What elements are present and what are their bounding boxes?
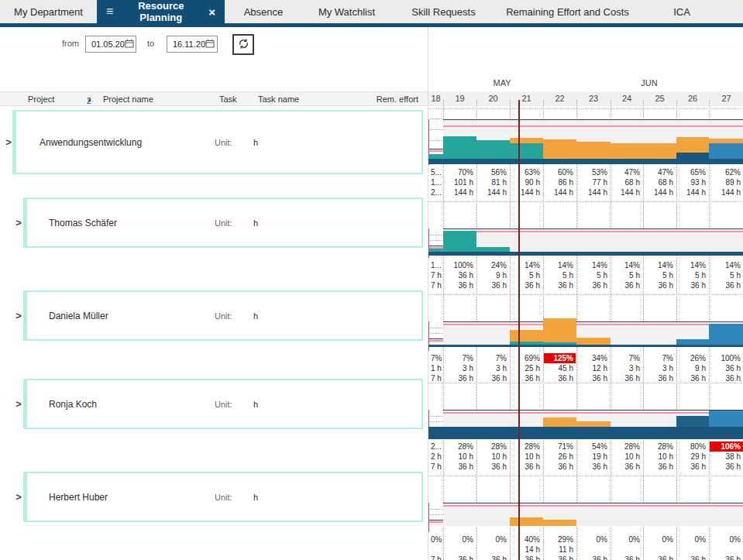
row-separator: [428, 294, 743, 295]
week-label: 20: [476, 94, 510, 103]
capacity-hours: 36 h: [644, 462, 676, 472]
capacity-hours: 36 h: [644, 555, 676, 560]
planned-hours: 11 h: [544, 545, 576, 555]
utilization-bar: [443, 136, 476, 159]
planned-hours: 9 h: [477, 270, 509, 280]
utilization-percent: 7%: [611, 353, 642, 363]
utilization-percent: 14%: [611, 260, 642, 270]
utilization-percent: 47%: [644, 167, 676, 177]
tab-skill-requests[interactable]: Skill Requests: [391, 0, 496, 23]
utilization-bar: [543, 139, 576, 159]
mini-grid-line: [430, 509, 443, 510]
week-label: 26: [676, 94, 709, 103]
planned-hours: 10 h: [644, 452, 676, 462]
planned-hours: 101 h: [444, 177, 476, 187]
capacity-hours: 36 h: [577, 462, 610, 472]
capacity-hours: 144 h: [611, 187, 642, 198]
capacity-hours: 36 h: [577, 555, 610, 560]
capacity-hours: 36 h: [677, 280, 708, 290]
tab-resource-planning[interactable]: ≡Resource Planning×: [97, 0, 225, 23]
calendar-icon[interactable]: [125, 39, 134, 50]
overload-percent-badge: 106%: [710, 441, 743, 452]
utilization-percent: 53%: [577, 167, 610, 177]
utilization-bar: [676, 153, 709, 159]
today-line: [518, 100, 520, 560]
utilization-percent: 70%: [444, 167, 476, 177]
tab-remaining-effort-and-costs[interactable]: Remaining Effort and Costs: [496, 0, 639, 23]
utilization-bar: [576, 421, 611, 427]
utilization-bar: [428, 249, 443, 252]
capacity-hours: 7 h: [429, 555, 442, 560]
utilization-percent: 7%: [444, 353, 476, 363]
expand-row-chevron[interactable]: >: [3, 136, 14, 148]
capacity-hours: 144 h: [544, 187, 576, 198]
capacity-hours: 36 h: [511, 280, 542, 290]
planned-hours: 10 h: [511, 452, 542, 462]
planned-hours: [577, 545, 610, 555]
utilization-percent: 28%: [444, 441, 476, 452]
unit-value: h: [253, 311, 258, 321]
planned-hours: 14 h: [511, 545, 542, 555]
utilization-bar: [428, 154, 443, 159]
utilization-bar: [709, 324, 743, 345]
tab-absence[interactable]: Absence: [225, 0, 302, 23]
planned-hours: 38 h: [710, 452, 743, 462]
planned-hours: 25 h: [511, 363, 542, 373]
to-date-input[interactable]: 16.11.20: [167, 36, 218, 53]
expand-row-chevron[interactable]: >: [13, 491, 24, 503]
refresh-button[interactable]: [232, 34, 254, 55]
utilization-bar: [510, 517, 543, 526]
calendar-icon[interactable]: [205, 39, 215, 50]
planned-hours: 5 h: [710, 270, 743, 280]
utilization-percent: 100%: [444, 260, 476, 270]
resource-table-panel: from 01.05.20 to 16.11.20 Project 2▲: [0, 27, 428, 560]
utilization-percent: 7%: [644, 353, 676, 363]
utilization-bar: [476, 140, 510, 159]
mini-grid-line: [430, 421, 443, 422]
capacity-hours: 36 h: [544, 280, 576, 290]
capacity-hours: 36 h: [710, 462, 743, 472]
tab-my-watchlist[interactable]: My Watchlist: [302, 0, 391, 23]
capacity-hours: 36 h: [677, 555, 708, 560]
planned-hours: 77 h: [577, 177, 610, 187]
chart-row: 0%7 h0%36 h0%36 h40%14 h36 h29%11 h36 h0…: [428, 473, 743, 560]
menu-icon[interactable]: ≡: [106, 5, 113, 18]
tab-my-department[interactable]: My Department: [0, 0, 97, 23]
capacity-line: [443, 505, 743, 507]
capacity-hours: 36 h: [710, 280, 743, 290]
column-header-project: Project: [28, 94, 54, 104]
week-label: 19: [443, 94, 476, 103]
unit-label: Unit:: [215, 400, 232, 409]
planned-hours: 10 h: [444, 452, 476, 462]
utilization-percent: 100%: [710, 353, 743, 363]
capacity-line-partial: [428, 150, 443, 152]
column-header-project-name: Project name: [103, 94, 153, 104]
table-header: Project 2▲ Project name Task Task name R…: [0, 91, 428, 106]
capacity-hours: 36 h: [644, 280, 676, 290]
capacity-hours: 36 h: [511, 555, 542, 560]
utilization-bar: [510, 330, 543, 342]
close-tab-icon[interactable]: ×: [208, 6, 215, 18]
utilization-percent: 24%: [477, 260, 509, 270]
planned-hours: 2 h: [429, 452, 442, 462]
column-header-task-name: Task name: [258, 94, 299, 104]
week-label: 18: [428, 94, 443, 103]
planned-hours: 12 h: [577, 363, 610, 373]
expand-row-chevron[interactable]: >: [13, 310, 24, 321]
utilization-bar: [510, 143, 543, 159]
tab-ica[interactable]: ICA: [639, 0, 724, 23]
expand-row-chevron[interactable]: >: [13, 398, 24, 410]
utilization-bar: [676, 416, 709, 427]
planned-hours: 81 h: [477, 177, 509, 187]
expand-row-chevron[interactable]: >: [13, 217, 24, 228]
capacity-line: [443, 412, 743, 414]
utilization-percent: 71%: [544, 441, 576, 452]
capacity-hours: 7 h: [429, 462, 442, 472]
utilization-bar: [543, 520, 576, 526]
from-date-input[interactable]: 01.05.20: [85, 36, 136, 53]
utilization-percent: 65%: [677, 167, 708, 177]
capacity-line: [443, 324, 743, 325]
utilization-percent: 7%: [477, 353, 509, 363]
utilization-percent: 0%: [429, 534, 442, 545]
utilization-percent: 28%: [511, 441, 542, 452]
